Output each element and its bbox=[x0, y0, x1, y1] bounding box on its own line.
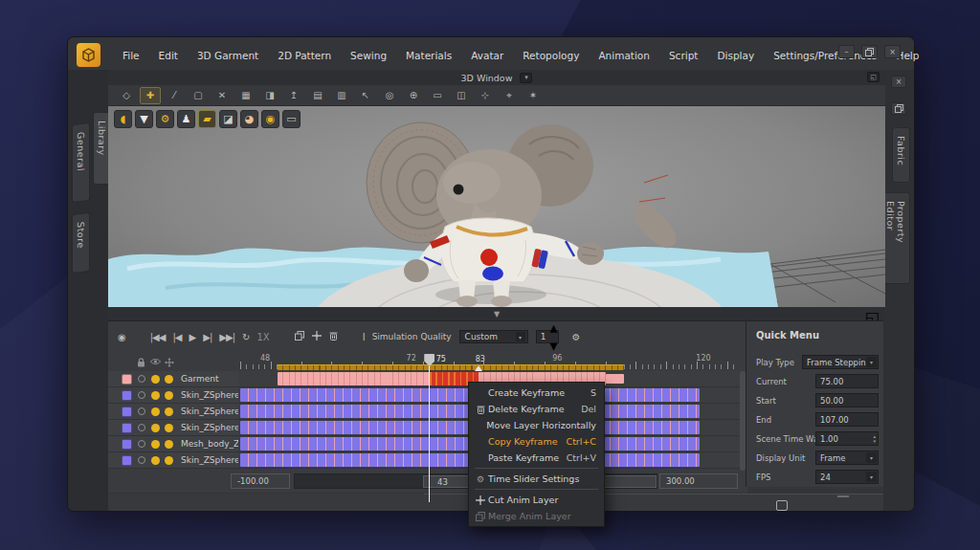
viewport-expand-icon[interactable]: ◱ bbox=[867, 72, 880, 82]
layer-row[interactable]: Skin_ZSphere1_35 bbox=[108, 452, 238, 469]
layer-visible-dot[interactable] bbox=[151, 424, 160, 432]
viewport-mode-dropdown[interactable]: ▾ bbox=[520, 73, 532, 83]
plane-tool-icon[interactable]: ▭ bbox=[427, 87, 448, 104]
context-menu-item-time-slider-settings[interactable]: ⚙Time Slider Settings bbox=[469, 471, 604, 487]
pointer-tool-icon[interactable]: ↖ bbox=[355, 87, 376, 104]
pen-tool-icon[interactable]: ⁄ bbox=[164, 87, 185, 104]
menu-2d-pattern[interactable]: 2D Pattern bbox=[269, 47, 340, 64]
context-menu-item-paste-keyframe[interactable]: Paste KeyframeCtrl+V bbox=[469, 450, 604, 466]
menu-animation[interactable]: Animation bbox=[590, 47, 658, 64]
menu-display[interactable]: Display bbox=[708, 47, 763, 64]
delete-button[interactable] bbox=[329, 331, 338, 342]
collapse-arrow-icon[interactable]: ▼ bbox=[494, 310, 500, 319]
layer-color-swatch[interactable] bbox=[122, 455, 132, 466]
quick-menu-dropdown[interactable]: Frame▾ bbox=[815, 451, 879, 465]
select-tool-icon[interactable]: ◇ bbox=[116, 87, 137, 104]
caret-tool-button[interactable]: Ι bbox=[363, 332, 365, 342]
minimize-button[interactable]: – bbox=[838, 45, 855, 58]
layer-radio[interactable] bbox=[138, 456, 145, 464]
layer-color-swatch[interactable] bbox=[122, 423, 132, 433]
show-pattern-icon[interactable]: ▼ bbox=[135, 110, 153, 128]
show-sphere-icon[interactable]: ◉ bbox=[261, 110, 279, 128]
menu-script[interactable]: Script bbox=[660, 47, 706, 64]
speed-button[interactable]: 1X bbox=[256, 332, 269, 342]
context-menu-item-move-layer-horizontally[interactable]: Move Layer Horizontally bbox=[469, 417, 604, 433]
cloth-icon[interactable]: ◪ bbox=[219, 110, 237, 128]
sewing-machine-tool-icon[interactable]: ▤ bbox=[307, 87, 328, 104]
menu-retopology[interactable]: Retopology bbox=[514, 47, 588, 64]
viewport-3d[interactable]: ◖▼⚙♟▰◪◕◉▭ bbox=[108, 106, 885, 307]
layer-active-dot[interactable] bbox=[165, 407, 173, 416]
menu-edit[interactable]: Edit bbox=[150, 47, 187, 64]
measure-icon[interactable]: ▭ bbox=[282, 110, 301, 128]
menu-sewing[interactable]: Sewing bbox=[342, 47, 395, 64]
garment-keyframe-bar-tail[interactable] bbox=[606, 374, 624, 384]
grid-tool-icon[interactable]: ▦ bbox=[235, 87, 256, 104]
menu-3d-garment[interactable]: 3D Garment bbox=[189, 47, 267, 64]
window-tool-icon[interactable]: ◫ bbox=[451, 87, 472, 104]
transform-tool-icon[interactable]: ⊹ bbox=[475, 87, 496, 104]
layer-visible-dot[interactable] bbox=[151, 456, 160, 465]
timeline-ruler[interactable]: 487296120 bbox=[238, 354, 740, 371]
quick-menu-input[interactable]: 107.00 bbox=[815, 412, 879, 427]
panel-close-icon[interactable]: × bbox=[891, 76, 906, 88]
restore-button[interactable] bbox=[861, 45, 878, 58]
layer-row[interactable]: Skin_ZSphere1_55 bbox=[108, 420, 238, 436]
target-tool-icon[interactable]: ⌖ bbox=[499, 87, 520, 104]
layer-row[interactable]: Garment bbox=[108, 371, 238, 387]
quick-menu-input[interactable]: 50.00 bbox=[815, 393, 879, 407]
menu-avatar[interactable]: Avatar bbox=[462, 47, 512, 64]
eye-icon[interactable] bbox=[150, 358, 161, 365]
flatten-tool-icon[interactable]: ◨ bbox=[259, 87, 280, 104]
menu-file[interactable]: File bbox=[114, 47, 148, 64]
layer-active-dot[interactable] bbox=[165, 456, 173, 465]
simulation-quality-select[interactable]: Custom▾ bbox=[459, 330, 528, 343]
loop-button[interactable]: ↻ bbox=[242, 332, 249, 342]
simulation-settings-gear-icon[interactable]: ⚙ bbox=[572, 332, 580, 342]
layer-visible-dot[interactable] bbox=[151, 407, 160, 416]
viewport-collapse-bar[interactable]: ▼ ◱ bbox=[108, 307, 885, 320]
avatar-head-icon[interactable]: ◕ bbox=[240, 110, 258, 128]
layer-color-swatch[interactable] bbox=[122, 374, 132, 385]
close-button[interactable]: × bbox=[884, 45, 901, 58]
step-back-button[interactable]: |◀ bbox=[172, 332, 181, 342]
tab-fabric[interactable]: Fabric bbox=[892, 127, 910, 183]
layer-visible-dot[interactable] bbox=[151, 375, 160, 384]
spinner-arrows-icon[interactable]: ▴▾ bbox=[550, 319, 558, 355]
garment-tool-icon[interactable]: ▢ bbox=[188, 87, 209, 104]
context-menu-item-copy-keyframe[interactable]: Copy KeyframeCtrl+C bbox=[469, 433, 604, 450]
layer-radio[interactable] bbox=[138, 391, 145, 399]
walk-tool-icon[interactable]: ✶ bbox=[523, 87, 544, 104]
layer-color-swatch[interactable] bbox=[122, 390, 132, 401]
layer-color-swatch[interactable] bbox=[122, 407, 132, 417]
layer-active-dot[interactable] bbox=[165, 375, 173, 384]
layer-radio[interactable] bbox=[138, 440, 145, 448]
panel-popout-icon[interactable] bbox=[891, 102, 906, 115]
move-icon[interactable] bbox=[165, 358, 174, 367]
layer-visible-dot[interactable] bbox=[151, 440, 160, 449]
sewing-tool-icon[interactable]: ✕ bbox=[212, 87, 233, 104]
selection-end-marker[interactable] bbox=[475, 365, 482, 371]
layer-radio[interactable] bbox=[138, 375, 145, 383]
quick-menu-dropdown[interactable]: Frame Stepping▾ bbox=[802, 355, 879, 369]
layer-active-dot[interactable] bbox=[165, 424, 173, 432]
context-menu-item-cut-anim-layer[interactable]: Cut Anim Layer bbox=[469, 492, 604, 508]
layer-radio[interactable] bbox=[138, 407, 145, 415]
layer-visible-dot[interactable] bbox=[151, 391, 160, 400]
layer-active-dot[interactable] bbox=[165, 440, 173, 449]
lock-icon[interactable] bbox=[137, 358, 145, 367]
layer-active-dot[interactable] bbox=[165, 391, 173, 400]
show-fabric-icon[interactable]: ▰ bbox=[198, 110, 216, 128]
substeps-stepper[interactable]: 1▴▾ bbox=[536, 330, 559, 343]
garment-settings-icon[interactable]: ⚙ bbox=[156, 110, 174, 128]
go-to-end-button[interactable]: ▶▶| bbox=[219, 332, 234, 342]
pin-button[interactable] bbox=[312, 331, 322, 342]
go-to-start-button[interactable]: |◀◀ bbox=[150, 332, 166, 342]
playhead-line[interactable] bbox=[429, 357, 431, 502]
show-avatar-icon[interactable]: ♟ bbox=[177, 110, 195, 128]
avatar-tool-icon[interactable]: ↥ bbox=[283, 87, 304, 104]
mesh-tool-icon[interactable]: ▥ bbox=[331, 87, 352, 104]
tab-general[interactable]: General bbox=[72, 122, 90, 203]
play-button[interactable]: ▶ bbox=[189, 332, 196, 342]
resize-handle[interactable] bbox=[837, 495, 849, 497]
